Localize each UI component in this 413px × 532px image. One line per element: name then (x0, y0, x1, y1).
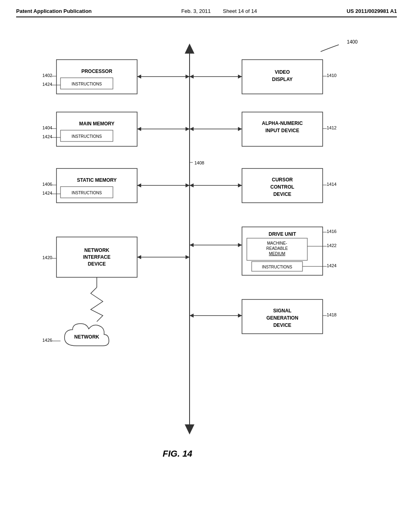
sheet-label: Sheet 14 of 14 (223, 8, 257, 14)
svg-text:1400: 1400 (347, 39, 358, 45)
svg-text:1412: 1412 (327, 125, 336, 130)
svg-text:INSTRUCTIONS: INSTRUCTIONS (262, 265, 292, 269)
svg-text:CURSOR: CURSOR (272, 177, 293, 183)
svg-text:DEVICE: DEVICE (273, 322, 292, 328)
diagram-area: 1400 PROCESSOR INSTRUCTIONS 1402 1424 (16, 21, 397, 485)
svg-marker-71 (137, 255, 141, 259)
svg-text:GENERATION: GENERATION (266, 315, 298, 321)
svg-text:PROCESSOR: PROCESSOR (81, 69, 113, 74)
svg-marker-53 (137, 183, 141, 187)
svg-text:INPUT DEVICE: INPUT DEVICE (265, 128, 299, 133)
svg-text:1402: 1402 (42, 73, 52, 78)
svg-text:1410: 1410 (327, 73, 336, 78)
svg-marker-14 (186, 75, 190, 79)
svg-text:FIG. 14: FIG. 14 (163, 449, 192, 459)
svg-text:READABLE: READABLE (266, 246, 288, 251)
svg-text:1424: 1424 (42, 191, 52, 195)
patent-label: US 2011/0029981 A1 (346, 8, 397, 14)
svg-marker-17 (238, 75, 242, 79)
svg-text:SIGNAL: SIGNAL (273, 308, 291, 314)
svg-marker-96 (238, 314, 242, 318)
svg-text:MEDIUM: MEDIUM (269, 251, 286, 256)
svg-text:DRIVE UNIT: DRIVE UNIT (269, 231, 296, 237)
svg-marker-56 (190, 183, 194, 187)
svg-text:INSTRUCTIONS: INSTRUCTIONS (72, 82, 102, 86)
publication-label: Patent Application Publication (16, 8, 92, 14)
svg-text:1418: 1418 (327, 312, 336, 317)
svg-text:1426: 1426 (42, 338, 52, 343)
svg-marker-16 (190, 75, 194, 79)
svg-marker-74 (190, 243, 194, 247)
svg-text:NETWORK: NETWORK (74, 334, 99, 340)
svg-text:1424: 1424 (42, 134, 52, 139)
header-center: Feb. 3, 2011 Sheet 14 of 14 (181, 8, 257, 14)
svg-text:VIDEO: VIDEO (275, 69, 290, 75)
svg-text:ALPHA-NUMERIC: ALPHA-NUMERIC (262, 121, 303, 126)
svg-text:1420: 1420 (42, 255, 52, 260)
svg-marker-32 (137, 127, 141, 131)
svg-marker-35 (190, 127, 194, 131)
svg-text:1404: 1404 (42, 125, 52, 130)
svg-text:DEVICE: DEVICE (273, 191, 292, 197)
svg-text:DEVICE: DEVICE (88, 261, 106, 267)
svg-text:INSTRUCTIONS: INSTRUCTIONS (72, 134, 102, 139)
svg-text:1424: 1424 (327, 263, 336, 268)
svg-text:1424: 1424 (42, 82, 52, 87)
svg-text:CONTROL: CONTROL (270, 184, 294, 190)
page: Patent Application Publication Feb. 3, 2… (0, 0, 413, 532)
svg-marker-36 (238, 127, 242, 131)
svg-marker-2 (185, 44, 194, 54)
svg-text:1416: 1416 (327, 229, 336, 234)
svg-marker-33 (186, 127, 190, 131)
svg-marker-13 (137, 75, 141, 79)
svg-marker-57 (238, 183, 242, 187)
svg-marker-75 (238, 243, 242, 247)
svg-text:1414: 1414 (327, 182, 336, 187)
svg-text:1408: 1408 (194, 160, 204, 165)
svg-marker-3 (185, 424, 194, 434)
svg-text:STATIC MEMORY: STATIC MEMORY (77, 177, 117, 183)
svg-marker-95 (190, 314, 194, 318)
svg-text:DISPLAY: DISPLAY (272, 77, 293, 82)
svg-text:INSTRUCTIONS: INSTRUCTIONS (72, 191, 102, 195)
page-header: Patent Application Publication Feb. 3, 2… (16, 8, 397, 17)
svg-marker-72 (186, 255, 190, 259)
svg-text:1422: 1422 (327, 243, 336, 248)
svg-text:MAIN MEMORY: MAIN MEMORY (79, 121, 115, 127)
svg-marker-54 (186, 183, 190, 187)
svg-text:NETWORK: NETWORK (84, 247, 109, 253)
svg-text:MACHINE-: MACHINE- (267, 241, 287, 245)
svg-text:1406: 1406 (42, 182, 52, 187)
svg-text:INTERFACE: INTERFACE (83, 254, 111, 260)
date-label: Feb. 3, 2011 (181, 8, 211, 14)
